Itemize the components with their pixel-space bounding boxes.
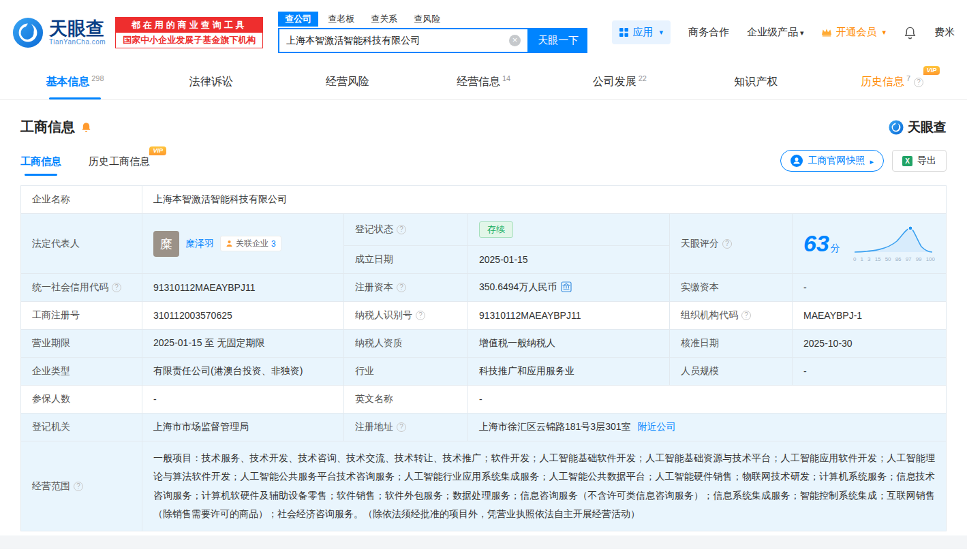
help-icon[interactable] (914, 78, 923, 87)
score-cell: 63分 0 1 3 15 (793, 214, 947, 274)
industry-value: 科技推广和应用服务业 (468, 358, 670, 386)
table-row: 企业名称 上海本智激活智能科技有限公司 (21, 186, 947, 214)
related-companies-badge[interactable]: 关联企业 3 (220, 236, 281, 251)
tab-history-info[interactable]: 历史信息 7 VIP (824, 65, 960, 99)
legal-rep-avatar[interactable]: 糜 (153, 231, 179, 257)
nav-cooperation[interactable]: 商务合作 (688, 26, 729, 39)
search-button[interactable]: 天眼一下 (529, 28, 587, 53)
tab-intellectual-property[interactable]: 知识产权 (688, 65, 824, 99)
paid-capital-value: - (793, 274, 947, 302)
company-name-label: 企业名称 (21, 186, 142, 214)
est-date-label: 成立日期 (344, 246, 468, 274)
label-text: 天眼评分 (681, 238, 719, 249)
subtab-row: 工商信息 历史工商信息 VIP 工商官网快照 导出 (20, 150, 947, 176)
nav-username[interactable]: 费米 (934, 26, 955, 39)
notification-bell-icon[interactable] (904, 26, 917, 40)
axis-tick: 86 (895, 256, 902, 262)
reg-capital-label: 注册资本 (344, 274, 468, 302)
help-icon[interactable] (112, 283, 121, 292)
section-header: 工商信息 天眼查 (20, 118, 947, 136)
apps-label: 应用 (632, 26, 653, 39)
nav-open-vip[interactable]: 开通会员 (821, 26, 886, 39)
tab-basic-info[interactable]: 基本信息298 (7, 65, 143, 99)
label-text: 经营范围 (32, 480, 70, 491)
insured-count-value: - (142, 386, 344, 414)
help-icon[interactable] (74, 482, 83, 491)
top-header: 天眼查 TianYanCha.com 都在用的商业查询工具 国家中小企业发展子基… (0, 0, 967, 65)
legal-rep-label: 法定代表人 (21, 214, 142, 274)
official-snapshot-button[interactable]: 工商官网快照 (780, 150, 884, 172)
paid-capital-label: 实缴资本 (670, 274, 793, 302)
search-tab-boss[interactable]: 查老板 (321, 12, 361, 27)
label-text: 组织机构代码 (681, 309, 738, 320)
company-tabs: 基本信息298 法律诉讼 经营风险 经营信息14 公司发展22 知识产权 历史信… (0, 65, 967, 100)
section-title: 工商信息 (20, 118, 75, 136)
tab-label: 公司发展 (593, 75, 636, 89)
axis-tick: 0 (853, 256, 856, 262)
nearby-companies-link[interactable]: 附近公司 (638, 421, 676, 432)
search-tab-company[interactable]: 查公司 (278, 12, 318, 27)
tab-business-risk[interactable]: 经营风险 (279, 65, 416, 99)
help-icon[interactable] (397, 283, 406, 292)
watermark-brand: 天眼查 (889, 119, 947, 136)
search-row: 天眼一下 (278, 28, 587, 53)
table-row: 登记机关 上海市市场监督管理局 注册地址 上海市徐汇区云锦路181号3层301室… (21, 414, 947, 441)
page-bottom-strip (0, 535, 967, 549)
nav-enterprise-label: 企业级产品 (747, 26, 798, 37)
nav-enterprise-products[interactable]: 企业级产品 (747, 26, 804, 39)
reg-status-cell: 存续 (468, 214, 670, 246)
est-date-value: 2025-01-15 (468, 246, 670, 274)
company-name-value: 上海本智激活智能科技有限公司 (142, 186, 947, 214)
related-count: 3 (271, 239, 276, 249)
subscribe-bell-icon[interactable] (80, 121, 92, 134)
slogan-box: 都在用的商业查询工具 国家中小企业发展子基金旗下机构 (115, 17, 263, 48)
search-box (278, 28, 529, 53)
search-tab-relation[interactable]: 查关系 (364, 12, 404, 27)
taxpayer-quality-label: 纳税人资质 (344, 330, 468, 358)
credit-code-value: 91310112MAEAYBPJ11 (142, 274, 344, 302)
help-icon[interactable] (397, 422, 406, 432)
help-icon[interactable] (722, 239, 732, 249)
business-scope-value: 一般项目：技术服务、技术开发、技术咨询、技术交流、技术转让、技术推广；软件开发；… (142, 441, 947, 531)
tab-label: 历史信息 (861, 75, 904, 89)
taxpayer-quality-value: 增值税一般纳税人 (468, 330, 670, 358)
label-text: 登记状态 (355, 223, 393, 234)
tab-label: 法律诉讼 (189, 75, 233, 89)
vip-badge: VIP (149, 146, 166, 155)
tianyancha-logo[interactable]: 天眼查 TianYanCha.com (12, 17, 106, 48)
tab-legal-proceedings[interactable]: 法律诉讼 (143, 65, 279, 99)
tab-company-development[interactable]: 公司发展22 (551, 65, 688, 99)
taxpayer-id-value: 91310112MAEAYBPJ11 (468, 302, 670, 330)
business-scope-label: 经营范围 (21, 441, 142, 531)
axis-tick: 99 (916, 256, 922, 262)
search-input[interactable] (279, 35, 509, 46)
export-label: 导出 (917, 155, 936, 167)
approval-date-label: 核准日期 (670, 330, 793, 358)
english-name-label: 英文名称 (344, 386, 468, 414)
snapshot-person-icon (791, 155, 803, 167)
business-term-label: 营业期限 (21, 330, 142, 358)
top-nav: 应用 商务合作 企业级产品 开通会员 费米 (612, 20, 955, 44)
search-tab-risk[interactable]: 查风险 (407, 12, 447, 27)
bank-icon[interactable] (561, 281, 572, 292)
axis-tick: 50 (885, 256, 891, 262)
clear-search-icon[interactable] (509, 35, 521, 46)
help-icon[interactable] (741, 311, 751, 320)
help-icon[interactable] (416, 311, 425, 320)
tab-count: 22 (639, 74, 647, 82)
legal-rep-name-link[interactable]: 糜泽羽 (185, 238, 214, 250)
subtab-business-registration[interactable]: 工商信息 (20, 155, 61, 176)
business-term-value: 2025-01-15 至 无固定期限 (142, 330, 344, 358)
export-button[interactable]: 导出 (892, 150, 947, 172)
help-icon[interactable] (397, 225, 406, 234)
table-row: 统一社会信用代码 91310112MAEAYBPJ11 注册资本 350.649… (21, 274, 947, 302)
table-row: 工商注册号 310112003570625 纳税人识别号 91310112MAE… (21, 302, 947, 330)
apps-dropdown[interactable]: 应用 (612, 20, 671, 44)
table-row: 经营范围 一般项目：技术服务、技术开发、技术咨询、技术交流、技术转让、技术推广；… (21, 441, 947, 531)
tab-business-info[interactable]: 经营信息14 (416, 65, 552, 99)
subtab-history-registration[interactable]: 历史工商信息 VIP (89, 155, 150, 176)
excel-icon (902, 156, 912, 166)
score-label: 天眼评分 (670, 214, 793, 274)
reg-number-label: 工商注册号 (21, 302, 142, 330)
axis-tick: 100 (926, 256, 935, 262)
